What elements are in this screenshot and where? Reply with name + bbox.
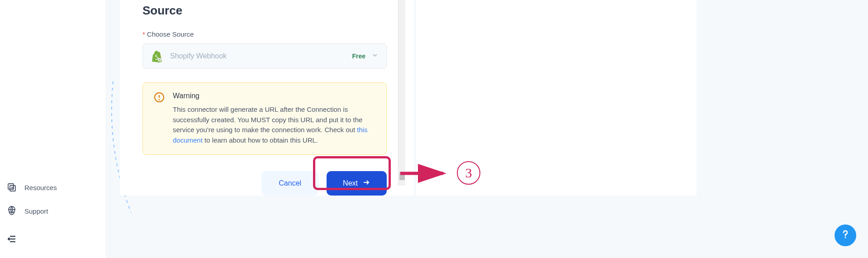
section-title: Source bbox=[142, 4, 391, 18]
source-dropdown[interactable]: Shopify Webhook Free bbox=[142, 43, 387, 69]
sidebar-item-label-resources: Resources bbox=[24, 184, 57, 191]
scrollbar-thumb[interactable] bbox=[399, 172, 405, 180]
sidebar-item-support[interactable]: Support bbox=[0, 199, 106, 223]
dropdown-badge: Free bbox=[352, 53, 365, 60]
cancel-button[interactable]: Cancel bbox=[261, 171, 318, 196]
scrollbar[interactable] bbox=[398, 0, 405, 186]
sidebar: Resources Support bbox=[0, 0, 106, 258]
help-button[interactable] bbox=[835, 225, 856, 246]
dropdown-value: Shopify Webhook bbox=[170, 52, 352, 60]
sidebar-collapse-button[interactable] bbox=[0, 227, 106, 244]
help-icon bbox=[839, 228, 852, 243]
field-label: *Choose Source bbox=[142, 30, 391, 38]
svg-rect-1 bbox=[10, 186, 15, 191]
collapse-icon bbox=[6, 234, 17, 244]
warning-text-part2: to learn about how to obtain this URL. bbox=[203, 136, 318, 144]
next-button[interactable]: Next bbox=[327, 171, 387, 196]
svg-point-18 bbox=[845, 237, 846, 239]
arrow-right-icon bbox=[362, 178, 370, 188]
sidebar-item-label-support: Support bbox=[24, 207, 48, 215]
field-label-text: Choose Source bbox=[147, 30, 194, 38]
sidebar-item-resources[interactable]: Resources bbox=[0, 176, 106, 199]
warning-title: Warning bbox=[173, 92, 375, 100]
next-button-label: Next bbox=[343, 179, 358, 187]
warning-alert: Warning This connector will generate a U… bbox=[142, 82, 387, 155]
button-row: Cancel Next bbox=[142, 171, 387, 196]
warning-icon bbox=[154, 92, 165, 103]
warning-content: Warning This connector will generate a U… bbox=[173, 92, 375, 145]
warning-text-part1: This connector will generate a URL after… bbox=[173, 105, 362, 134]
required-asterisk: * bbox=[142, 30, 145, 38]
main-panel: Source *Choose Source Shopify Webhook Fr… bbox=[120, 0, 414, 196]
resources-icon bbox=[6, 182, 17, 193]
right-panel bbox=[416, 0, 697, 196]
support-icon bbox=[6, 205, 17, 216]
svg-point-10 bbox=[159, 59, 160, 60]
svg-point-13 bbox=[159, 100, 160, 100]
warning-text: This connector will generate a URL after… bbox=[173, 105, 375, 145]
chevron-down-icon bbox=[372, 52, 378, 60]
shopify-icon bbox=[151, 50, 164, 62]
